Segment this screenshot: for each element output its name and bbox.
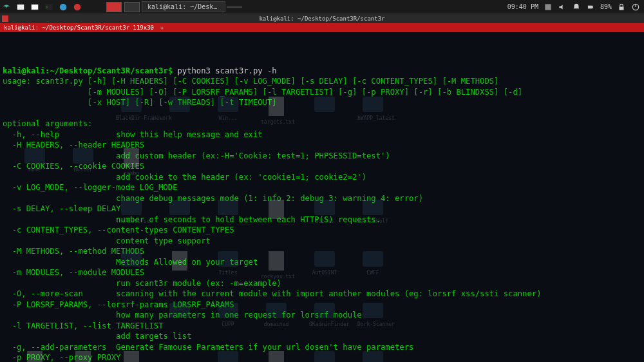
- terminal-icon[interactable]: [43, 1, 55, 13]
- volume-icon[interactable]: [558, 3, 567, 12]
- browser-icon[interactable]: [57, 1, 70, 13]
- taskbar-app-terminal[interactable]: kali@kali: ~/Desktop/Sc...: [142, 1, 225, 12]
- taskbar-right: 09:40 PM 89%: [507, 3, 644, 12]
- window-icon[interactable]: [28, 1, 41, 13]
- svg-rect-5: [545, 4, 551, 10]
- taskbar-app-record[interactable]: [227, 6, 242, 8]
- battery-icon[interactable]: [586, 3, 595, 12]
- svg-rect-1: [32, 4, 39, 9]
- tray-icon[interactable]: [544, 3, 553, 12]
- svg-rect-2: [45, 4, 53, 10]
- terminal-output[interactable]: HomeBusternaabuBlackDir-FrameworkWin...t…: [0, 32, 644, 362]
- terminal-window: kali@kali: ~/Desktop/Scant3R/scant3r kal…: [0, 14, 644, 362]
- taskbar: kali@kali: ~/Desktop/Sc... 09:40 PM 89%: [0, 0, 644, 14]
- svg-point-4: [74, 3, 81, 10]
- window-titlebar[interactable]: kali@kali: ~/Desktop/Scant3R/scant3r: [0, 14, 644, 23]
- svg-rect-6: [588, 5, 592, 8]
- record-icon[interactable]: [71, 1, 84, 13]
- notification-icon[interactable]: [572, 3, 581, 12]
- window-title: kali@kali: ~/Desktop/Scant3R/scant3r: [259, 15, 384, 22]
- svg-rect-8: [620, 6, 624, 10]
- files-icon[interactable]: [14, 1, 27, 13]
- terminal-text: kali@kali:~/Desktop/Scant3R/scant3r$ pyt…: [3, 66, 641, 363]
- taskbar-left: kali@kali: ~/Desktop/Sc...: [0, 1, 242, 13]
- terminal-tabbar: kali@kali: ~/Desktop/Scant3R/scant3r 119…: [0, 23, 644, 32]
- kali-menu-icon[interactable]: [0, 1, 13, 13]
- new-tab-button[interactable]: +: [158, 24, 166, 31]
- svg-rect-7: [592, 6, 593, 7]
- terminal-tab-1[interactable]: kali@kali: ~/Desktop/Scant3R/scant3r 119…: [0, 24, 158, 31]
- power-icon[interactable]: [631, 3, 640, 12]
- titlebar-terminal-icon: [2, 15, 8, 22]
- svg-rect-0: [17, 4, 24, 9]
- svg-rect-11: [2, 15, 8, 22]
- workspace-2[interactable]: [124, 2, 140, 12]
- workspace-1[interactable]: [106, 2, 122, 12]
- clock[interactable]: 09:40 PM: [507, 3, 538, 10]
- lock-icon[interactable]: [617, 3, 626, 12]
- svg-point-3: [60, 3, 67, 10]
- battery-percent: 89%: [600, 3, 612, 10]
